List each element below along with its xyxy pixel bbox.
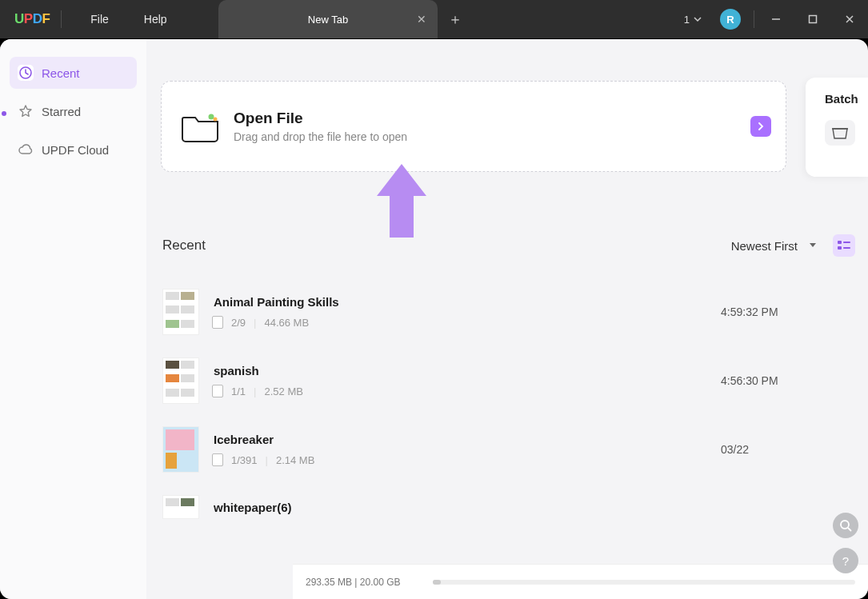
notification-indicator[interactable]: 1 [684,14,702,26]
recent-heading: Recent [162,238,206,254]
svg-point-10 [841,521,849,529]
help-icon: ? [842,554,849,568]
svg-point-3 [209,114,214,120]
folder-icon [181,110,221,143]
minimize-button[interactable] [758,0,794,38]
menu-file[interactable]: File [90,13,109,26]
file-pages: 1/1 [231,385,246,397]
file-size: 44.66 MB [264,317,309,329]
app-window: Recent Starred UPDF Cloud [0,39,868,599]
scanner-icon[interactable] [825,120,855,146]
tab-label: New Tab [308,14,348,26]
file-row[interactable]: Icebreaker 1/391 | 2.14 MB 03/22 [158,415,854,484]
pages-icon [214,317,223,329]
pages-icon [214,386,223,397]
sidebar-item-label: Starred [42,105,81,118]
svg-rect-8 [838,246,842,250]
close-icon[interactable]: ✕ [417,13,426,26]
add-tab-button[interactable]: ＋ [448,10,462,29]
sidebar-item-recent[interactable]: Recent [10,57,137,89]
open-file-go-button[interactable] [750,116,771,137]
recent-file-list: Animal Painting Skills 2/9 | 44.66 MB 4:… [158,278,854,519]
batch-label: Batch [825,92,868,106]
sort-label: Newest First [731,239,798,253]
divider [61,10,62,28]
svg-rect-7 [843,242,850,243]
file-name: Animal Painting Skills [214,295,721,309]
file-thumbnail [162,426,199,473]
svg-rect-6 [838,241,842,244]
content-area: Open File Drag and drop the file here to… [146,39,868,599]
open-file-title: Open File [234,110,407,127]
window-controls: 1 R [684,0,868,38]
chevron-down-icon [693,14,702,24]
open-file-dropzone[interactable]: Open File Drag and drop the file here to… [161,81,786,172]
sidebar-item-cloud[interactable]: UPDF Cloud [10,134,137,166]
tab-new[interactable]: New Tab ✕ [218,0,438,38]
file-time: 4:59:32 PM [721,305,849,318]
star-icon [18,103,34,119]
svg-point-4 [214,118,218,122]
open-file-subtitle: Drag and drop the file here to open [234,130,407,143]
file-time: 03/22 [721,443,849,456]
file-name: whitepaper(6) [214,501,721,514]
view-toggle-button[interactable] [833,234,855,257]
cloud-icon [18,142,34,158]
sidebar: Recent Starred UPDF Cloud [0,39,146,599]
sort-dropdown[interactable]: Newest First [731,239,817,253]
file-row[interactable]: whitepaper(6) [158,484,854,519]
avatar[interactable]: R [720,9,741,30]
close-button[interactable] [831,0,868,38]
file-name: Icebreaker [214,433,721,446]
list-view-icon [838,240,850,251]
file-row[interactable]: spanish 1/1 | 2.52 MB 4:56:30 PM [158,346,854,415]
divider [754,10,754,28]
file-name: spanish [214,364,721,377]
file-size: 2.52 MB [264,385,302,397]
search-icon [839,519,852,532]
storage-bar [433,580,855,585]
help-button[interactable]: ? [833,548,858,573]
recent-header: Recent Newest First [159,238,823,254]
file-size: 2.14 MB [276,454,314,466]
tutorial-arrow-icon [377,164,426,238]
search-button[interactable] [833,513,858,538]
clock-icon [18,65,34,81]
notification-count: 1 [684,14,690,26]
file-thumbnail [162,289,199,335]
file-thumbnail [162,357,199,404]
chevron-right-icon [758,122,764,130]
file-row[interactable]: Animal Painting Skills 2/9 | 44.66 MB 4:… [158,278,854,346]
sidebar-item-label: Recent [42,66,80,80]
file-thumbnail [162,495,199,519]
file-time: 4:56:30 PM [721,374,849,387]
file-pages: 2/9 [231,317,246,329]
batch-panel[interactable]: Batch [806,78,868,177]
app-logo: UPDF [14,11,50,27]
chevron-down-icon [809,242,817,249]
sidebar-item-starred[interactable]: Starred [10,95,137,127]
storage-text: 293.35 MB | 20.00 GB [306,577,401,588]
indicator-dot [2,111,6,116]
svg-rect-9 [843,247,850,249]
svg-rect-1 [810,16,817,23]
maximize-button[interactable] [794,0,831,38]
file-pages: 1/391 [231,454,258,466]
svg-line-11 [848,528,851,531]
pages-icon [214,455,223,466]
status-bar: 293.35 MB | 20.00 GB [293,564,868,599]
sidebar-item-label: UPDF Cloud [42,143,109,157]
titlebar: UPDF File Help New Tab ✕ ＋ 1 R [0,0,868,38]
menu-help[interactable]: Help [144,13,167,26]
